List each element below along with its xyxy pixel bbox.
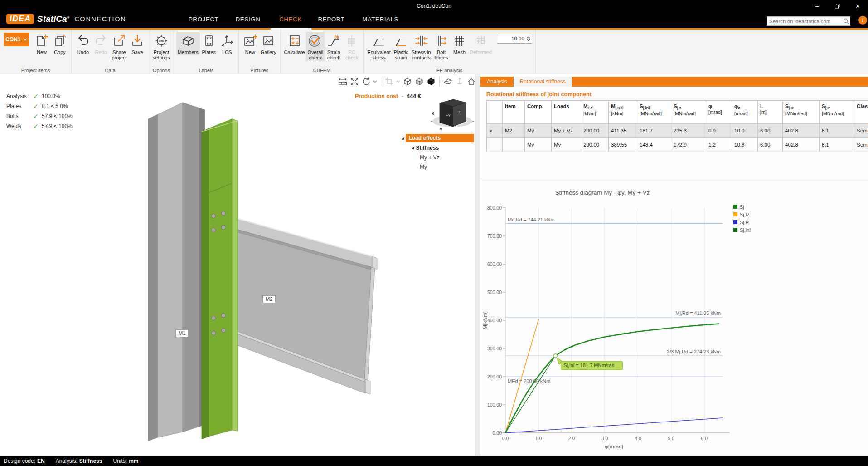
tab-rotational-stiffness[interactable]: Rotational stiffness	[514, 77, 572, 87]
tree-item-stiffness[interactable]: ◢ Stiffness	[402, 143, 474, 152]
info-button[interactable]: i	[858, 16, 867, 25]
member-label-m1[interactable]: M1	[175, 329, 189, 337]
zoom-extents-icon[interactable]	[349, 77, 359, 87]
tab-analysis[interactable]: Analysis	[480, 77, 514, 87]
mesh-button[interactable]: Mesh	[450, 32, 468, 55]
strain-check-icon: %	[326, 32, 341, 49]
model-end-plate-side	[232, 119, 238, 431]
y-tick-label: 300.00	[487, 346, 502, 351]
new-picture-button[interactable]: New	[241, 32, 259, 55]
x-tick-label: 2.0	[568, 436, 575, 441]
minimize-icon: –	[815, 3, 819, 10]
panel-splitter[interactable]	[475, 74, 480, 456]
legend-label: Sj,ini	[740, 227, 751, 233]
restore-button[interactable]	[827, 0, 848, 12]
col-header-sj-p: Sj,P[MNm/rad]	[820, 101, 854, 124]
overall-check-icon	[308, 32, 323, 49]
wireframe-view-icon[interactable]	[402, 77, 412, 87]
sjini-marker	[553, 354, 557, 358]
restore-icon	[835, 4, 840, 9]
close-button[interactable]: ✕	[848, 0, 868, 12]
measure-icon[interactable]	[338, 77, 348, 87]
rotate-view-icon[interactable]	[361, 77, 371, 87]
model-column-web	[183, 103, 199, 432]
member-label-m2[interactable]: M2	[262, 295, 276, 303]
lcs-labels-button[interactable]: LCS	[218, 32, 236, 55]
gallery-button[interactable]: Gallery	[259, 32, 278, 55]
calculate-icon	[287, 32, 302, 49]
calculate-button[interactable]: Calculate	[283, 32, 306, 55]
shaded-view-icon[interactable]	[414, 77, 424, 87]
chevron-down-icon[interactable]	[373, 80, 378, 83]
x-tick-label: 1.0	[535, 436, 542, 441]
tree-expanded-icon[interactable]: ◢	[412, 146, 414, 150]
col-header-expander	[487, 101, 503, 124]
tree-expanded-icon[interactable]: ◢	[402, 137, 404, 140]
scale-spinner[interactable]: 10.00	[497, 34, 532, 44]
menu-design[interactable]: DESIGN	[236, 16, 261, 23]
check-summary: Analysis ✓ 100.0% Plates ✓ 0.1 < 5.0% Bo…	[6, 91, 73, 131]
connection-selector[interactable]: CON1	[4, 33, 29, 46]
menu-project[interactable]: PROJECT	[189, 16, 219, 23]
x-tick-label: 6.0	[701, 436, 708, 441]
connection-3d-model	[0, 74, 475, 456]
equivalent-stress-button[interactable]: Equivalent stress	[366, 32, 392, 61]
menu-check[interactable]: CHECK	[279, 16, 302, 23]
ribbon-group-data: Undo Redo Share project Save Data	[72, 30, 149, 74]
tree-item-my-vz[interactable]: My + Vz	[402, 152, 474, 162]
chevron-down-icon	[527, 39, 530, 41]
equivalent-stress-icon	[372, 32, 386, 49]
bolt-forces-button[interactable]: Bolt forces	[432, 32, 450, 61]
statusbar: Design code:EN Analysis:Stiffness Units:…	[0, 456, 868, 466]
new-picture-icon	[243, 32, 257, 49]
new-item-button[interactable]: New	[33, 32, 51, 55]
toolbar-divider	[439, 77, 440, 86]
chevron-down-icon[interactable]	[396, 80, 401, 83]
plate-icon	[202, 32, 216, 49]
ribbon: CON1 New Copy Project items Undo Redo	[0, 30, 868, 74]
legend-label: Sj	[740, 204, 744, 210]
section-view-icon[interactable]	[443, 77, 453, 87]
nav-cube-axis-x: X	[432, 111, 434, 116]
tree-item-load-effects[interactable]: ◢ Load effects	[402, 133, 474, 143]
table-row[interactable]: MyMy200.00389.55148.4172.91.210.86.00402…	[487, 138, 868, 152]
y-tick-label: 700.00	[487, 233, 502, 239]
tree-item-my[interactable]: My	[402, 162, 474, 172]
y-tick-label: 500.00	[487, 289, 502, 295]
redo-button: Redo	[92, 32, 110, 55]
model-viewport[interactable]: +Y Z X Y	[0, 74, 475, 456]
summary-row-plates[interactable]: Plates ✓ 0.1 < 5.0%	[6, 101, 73, 111]
menu-materials[interactable]: MATERIALS	[362, 16, 398, 23]
navigation-cube[interactable]: +Y Z X Y	[430, 98, 475, 133]
strain-check-button[interactable]: % Strain check	[325, 32, 343, 61]
menu-report[interactable]: REPORT	[318, 16, 344, 23]
home-view-icon[interactable]	[466, 77, 475, 87]
undo-button[interactable]: Undo	[74, 32, 92, 55]
window-controls: – ✕	[807, 0, 868, 12]
summary-row-bolts[interactable]: Bolts ✓ 57.9 < 100%	[6, 111, 73, 121]
solid-view-icon[interactable]	[426, 77, 436, 87]
x-tick-label: 3.0	[601, 436, 608, 441]
col-header--c: φc[mrad]	[732, 101, 758, 124]
members-labels-button[interactable]: Members	[176, 32, 200, 55]
legend-swatch	[733, 220, 737, 224]
minimize-button[interactable]: –	[807, 0, 827, 12]
table-row[interactable]: >M2MyMy + Vz200.00411.35181.7215.30.910.…	[487, 124, 868, 138]
summary-row-welds[interactable]: Welds ✓ 57.9 < 100%	[6, 121, 73, 131]
plastic-strain-button[interactable]: Plastic strain	[392, 32, 410, 61]
copy-item-button[interactable]: Copy	[51, 32, 69, 55]
rc-check-button: RC check	[343, 32, 361, 61]
spinner-arrows[interactable]	[526, 36, 532, 41]
save-button[interactable]: Save	[128, 32, 146, 55]
stress-in-contacts-button[interactable]: Stress in contacts	[410, 32, 432, 61]
col-header-med: MEd[kNm]	[581, 101, 609, 124]
col-header-sj-s: Sj,s[MNm/rad]	[671, 101, 706, 124]
share-project-button[interactable]: Share project	[110, 32, 128, 61]
project-settings-button[interactable]: </> Project settings	[151, 32, 171, 61]
search-input[interactable]	[767, 19, 842, 24]
search-icon[interactable]	[842, 18, 850, 24]
summary-row-analysis[interactable]: Analysis ✓ 100.0%	[6, 91, 73, 101]
legend-swatch	[733, 228, 737, 232]
plates-labels-button[interactable]: Plates	[200, 32, 218, 55]
overall-check-button[interactable]: Overall check	[306, 32, 325, 61]
